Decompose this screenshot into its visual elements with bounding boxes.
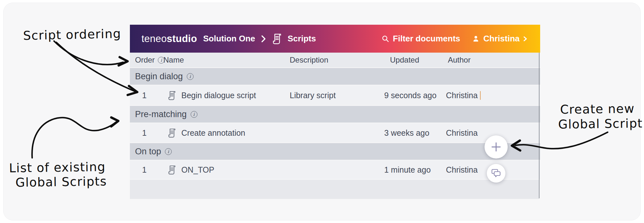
row-updated: 9 seconds ago	[381, 91, 444, 100]
teneo-studio-logo[interactable]: teneostudio	[141, 33, 197, 45]
column-updated: Updated	[381, 56, 444, 64]
filter-documents-button[interactable]: Filter documents	[381, 34, 460, 44]
table-column-header: Order i Name Description Updated Author	[130, 53, 540, 67]
row-updated: 3 weeks ago	[381, 128, 444, 138]
section-header-on-top: On top i	[130, 143, 540, 160]
row-order: 1	[130, 128, 159, 138]
breadcrumb-page: Scripts	[288, 34, 316, 44]
annotation-list-existing-line1: List of existing	[9, 160, 106, 175]
row-order: 1	[130, 165, 159, 175]
row-name: Begin dialogue script	[181, 91, 256, 100]
filter-documents-label: Filter documents	[393, 34, 460, 44]
row-author: Christina	[446, 91, 478, 100]
column-name: Name	[159, 56, 287, 64]
column-author: Author	[444, 56, 540, 64]
annotation-list-existing-line2: Global Scripts	[15, 174, 107, 190]
section-title: On top	[135, 147, 161, 157]
chevron-right-icon	[523, 36, 527, 42]
row-description: Library script	[287, 91, 381, 100]
script-icon	[167, 165, 177, 175]
row-order: 1	[130, 91, 159, 100]
logo-studio: studio	[167, 33, 197, 44]
section-header-begin-dialog: Begin dialog i	[130, 68, 540, 85]
table-row[interactable]: 1 Begin dialogue script Library script 9…	[130, 85, 540, 105]
chevron-right-icon	[260, 35, 267, 43]
row-name: Create annotation	[181, 128, 245, 138]
script-icon	[167, 128, 177, 138]
breadcrumb: Solution One Scripts	[203, 33, 316, 45]
annotation-create-new-line1: Create new	[560, 101, 635, 116]
comments-button[interactable]	[487, 164, 505, 183]
column-order-label: Order	[135, 56, 155, 64]
script-icon	[167, 90, 177, 101]
row-author: Christina	[446, 165, 478, 175]
row-name: ON_TOP	[181, 165, 214, 175]
app-header-bar: teneostudio Solution One Scripts Filter …	[130, 25, 540, 53]
user-menu[interactable]: Christina	[472, 34, 527, 44]
table-empty-area	[130, 180, 539, 199]
text-cursor	[480, 91, 481, 100]
column-order: Order i	[130, 56, 159, 64]
annotation-create-new-line2: Global Script	[558, 116, 643, 132]
row-author: Christina	[446, 128, 478, 138]
logo-teneo: teneo	[141, 33, 167, 44]
header-actions: Filter documents Christina	[381, 34, 527, 44]
section-header-pre-matching: Pre-matching i	[130, 106, 540, 123]
info-icon[interactable]: i	[187, 73, 194, 80]
person-icon	[472, 35, 480, 43]
scrollbar-track[interactable]	[539, 53, 540, 198]
section-title: Begin dialog	[135, 72, 183, 81]
chat-bubbles-icon	[491, 168, 502, 178]
table-row[interactable]: 1 Create annotation 3 weeks ago Christin…	[130, 123, 540, 142]
breadcrumb-solution[interactable]: Solution One	[203, 34, 255, 44]
row-updated: 1 minute ago	[381, 165, 444, 175]
info-icon[interactable]: i	[165, 148, 172, 155]
plus-icon	[490, 141, 502, 153]
teneo-studio-window: teneostudio Solution One Scripts Filter …	[130, 25, 540, 198]
table-row[interactable]: 1 ON_TOP 1 minute ago Christina	[130, 160, 540, 179]
info-icon[interactable]: i	[191, 111, 197, 118]
create-global-script-button[interactable]	[485, 135, 508, 159]
search-icon	[381, 35, 390, 43]
section-title: Pre-matching	[135, 109, 187, 119]
scripts-table: Order i Name Description Updated Author …	[130, 53, 540, 199]
column-description: Description	[287, 56, 381, 64]
user-name: Christina	[483, 34, 520, 44]
script-icon	[271, 33, 283, 45]
annotation-script-ordering: Script ordering	[23, 27, 122, 43]
page: teneostudio Solution One Scripts Filter …	[0, 0, 644, 223]
